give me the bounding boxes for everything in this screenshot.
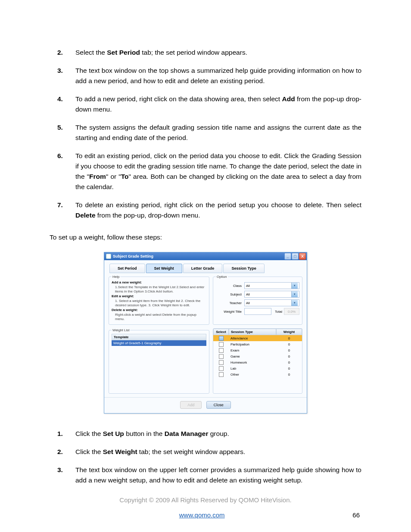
weight-title-label: Weight Title xyxy=(216,310,242,314)
subject-select[interactable]: All ▾ xyxy=(244,291,299,298)
dropdown-icon[interactable]: ▾ xyxy=(291,283,298,289)
tab-set-period[interactable]: Set Period xyxy=(109,264,145,273)
help-fieldset: Help Add a new weight: 1.Select the Temp… xyxy=(109,275,209,325)
weight-cell: 0 xyxy=(276,367,302,370)
help-legend: Help xyxy=(112,275,120,279)
page-footer: www.qomo.com 66 xyxy=(50,511,361,519)
session-row[interactable]: Participation0 xyxy=(213,341,302,347)
window-titlebar[interactable]: Subject Grade Setting _ □ X xyxy=(104,252,307,260)
weight-list-header: Template xyxy=(112,334,206,340)
row-checkbox[interactable] xyxy=(219,372,224,377)
weight-list-legend: Weight List xyxy=(112,328,130,332)
window-title: Subject Grade Setting xyxy=(113,254,153,258)
step-item: 3.The text box window on the upper left … xyxy=(50,465,361,485)
session-type-cell: Exam xyxy=(229,348,276,352)
copyright: Copyright © 2009 All Rights Reserved by … xyxy=(50,496,361,504)
option-legend: Option xyxy=(216,275,228,279)
session-type-cell: Participation xyxy=(229,342,276,346)
row-checkbox[interactable] xyxy=(219,348,224,353)
subject-label: Subject xyxy=(216,292,242,296)
step-item: 2.Select the Set Period tab; the set per… xyxy=(50,47,361,58)
tab-session-type[interactable]: Session Type xyxy=(223,264,264,273)
class-select[interactable]: All ▾ xyxy=(244,282,299,289)
close-icon[interactable]: X xyxy=(299,253,306,260)
option-fieldset: Option Class All ▾ Subject All ▾ xyxy=(213,275,302,325)
weight-cell: 0 xyxy=(276,355,302,358)
step-item: 7.To delete an existing period, right cl… xyxy=(50,200,361,221)
weight-cell: 0 xyxy=(276,336,302,340)
session-type-cell: Other xyxy=(229,373,276,376)
maximize-icon[interactable]: □ xyxy=(292,253,299,260)
step-item: 6.To edit an existing period, click on t… xyxy=(50,151,361,192)
session-type-cell: Attendance xyxy=(229,336,276,340)
app-icon xyxy=(106,254,111,259)
row-checkbox[interactable] xyxy=(219,342,224,347)
dialog-tabs: Set PeriodSet WeightLetter GradeSession … xyxy=(104,260,307,275)
tab-set-weight[interactable]: Set Weight xyxy=(146,264,182,273)
row-checkbox[interactable] xyxy=(219,360,224,365)
page-number: 66 xyxy=(352,511,360,519)
row-checkbox[interactable] xyxy=(219,366,224,371)
weight-cell: 0 xyxy=(276,361,302,364)
session-row[interactable]: Other0 xyxy=(213,371,302,377)
minimize-icon[interactable]: _ xyxy=(284,253,291,260)
session-row[interactable]: Lab0 xyxy=(213,365,302,371)
session-table-header: Select Session Type Weight xyxy=(213,329,302,335)
session-row[interactable]: Attendance0 xyxy=(213,335,302,341)
session-type-cell: Game xyxy=(229,355,276,358)
add-button[interactable]: Add xyxy=(180,401,202,409)
total-value: 0.0% xyxy=(284,308,299,315)
session-table: Select Session Type Weight Attendance0Pa… xyxy=(213,328,302,394)
weight-cell: 0 xyxy=(276,373,302,376)
total-label: Total xyxy=(275,310,282,314)
step-item: 3.The text box window on the top shows a… xyxy=(50,65,361,86)
weight-cell: 0 xyxy=(276,342,302,346)
class-label: Class xyxy=(216,284,242,288)
close-button[interactable]: Close xyxy=(206,401,231,409)
weight-cell: 0 xyxy=(276,348,302,352)
weight-intro: To set up a weight, follow these steps: xyxy=(50,233,361,241)
tab-letter-grade[interactable]: Letter Grade xyxy=(183,264,223,273)
step-item: 2.Click the Set Weight tab; the set weig… xyxy=(50,447,361,457)
dropdown-icon[interactable]: ▾ xyxy=(291,300,298,306)
session-row[interactable]: Homework0 xyxy=(213,359,302,365)
row-checkbox[interactable] xyxy=(219,354,224,359)
session-row[interactable]: Exam0 xyxy=(213,347,302,353)
step-item: 1.Click the Set Up button in the Data Ma… xyxy=(50,429,361,439)
numbered-steps-2: 1.Click the Set Up button in the Data Ma… xyxy=(50,429,361,485)
dropdown-icon[interactable]: ▾ xyxy=(291,291,298,297)
footer-link[interactable]: www.qomo.com xyxy=(179,511,225,519)
session-type-cell: Lab xyxy=(229,367,276,370)
session-type-cell: Homework xyxy=(229,361,276,364)
dialog-figure: Subject Grade Setting _ □ X Set PeriodSe… xyxy=(50,252,361,414)
session-row[interactable]: Game0 xyxy=(213,353,302,359)
step-item: 4.To add a new period, right click on th… xyxy=(50,94,361,115)
weight-list-fieldset: Weight List Template Weight of Grade5-1 … xyxy=(109,328,209,394)
teacher-label: Teacher xyxy=(216,301,242,305)
weight-list-item[interactable]: Weight of Grade5-1 Geography xyxy=(112,340,206,346)
teacher-select[interactable]: All ▾ xyxy=(244,299,299,306)
weight-title-input[interactable] xyxy=(244,308,271,315)
numbered-steps-1: 2.Select the Set Period tab; the set per… xyxy=(50,47,361,221)
row-checkbox[interactable] xyxy=(219,336,224,341)
step-item: 5.The system assigns the default grading… xyxy=(50,122,361,143)
